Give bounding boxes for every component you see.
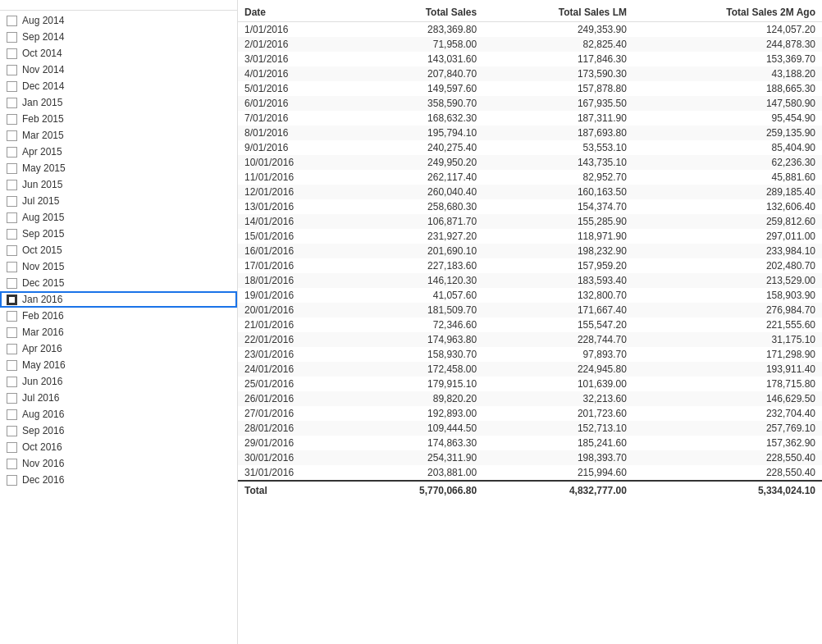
checkbox[interactable]: [7, 262, 17, 272]
checkbox[interactable]: [7, 426, 17, 436]
checkbox[interactable]: [7, 278, 17, 289]
checkbox[interactable]: [7, 98, 17, 108]
list-item[interactable]: Nov 2016: [0, 455, 237, 472]
table-cell: 147,580.90: [633, 96, 822, 111]
list-item[interactable]: Mar 2016: [0, 324, 237, 340]
table-cell: 132,800.70: [483, 288, 633, 303]
table-cell: 132,606.40: [633, 199, 822, 214]
checkbox[interactable]: [7, 48, 17, 59]
checkbox[interactable]: [7, 16, 17, 26]
list-item[interactable]: May 2015: [0, 160, 237, 176]
table-cell: 259,135.90: [633, 126, 822, 140]
table-row: 8/01/2016195,794.10187,693.80259,135.90: [238, 126, 822, 140]
checkbox[interactable]: [7, 245, 17, 256]
table-cell: 202,480.70: [633, 258, 822, 273]
list-item[interactable]: May 2016: [0, 357, 237, 373]
table-cell: 32,213.60: [483, 391, 633, 406]
table-cell: 82,952.70: [483, 170, 633, 185]
checkbox[interactable]: [7, 196, 17, 207]
table-cell: 254,311.90: [353, 450, 483, 465]
checkbox[interactable]: [7, 442, 17, 453]
list-item[interactable]: Jan 2016: [0, 291, 237, 308]
list-item[interactable]: Jul 2015: [0, 193, 237, 209]
table-cell: 160,163.50: [483, 185, 633, 199]
table-cell: 17/01/2016: [238, 258, 353, 273]
list-item[interactable]: Nov 2015: [0, 258, 237, 275]
list-item[interactable]: Aug 2015: [0, 209, 237, 226]
list-item[interactable]: Dec 2015: [0, 275, 237, 291]
checkbox[interactable]: [7, 229, 17, 240]
list-item-label: Apr 2016: [22, 343, 62, 354]
table-cell: 157,878.80: [483, 81, 633, 96]
checkbox[interactable]: [7, 311, 17, 322]
checkbox[interactable]: [7, 459, 17, 469]
checkbox[interactable]: [7, 212, 17, 223]
checkbox[interactable]: [7, 114, 17, 125]
list-item[interactable]: Feb 2015: [0, 111, 237, 127]
checkbox[interactable]: [7, 295, 17, 305]
table-cell: 149,597.60: [353, 81, 483, 96]
footer-cell: Total: [238, 481, 353, 500]
table-cell: 158,903.90: [633, 288, 822, 303]
table-cell: 62,236.30: [633, 155, 822, 170]
table-cell: 227,183.60: [353, 258, 483, 273]
table-cell: 109,444.50: [353, 421, 483, 436]
list-item[interactable]: Sep 2016: [0, 422, 237, 439]
checkbox[interactable]: [7, 475, 17, 486]
table-cell: 28/01/2016: [238, 421, 353, 436]
list-item[interactable]: Jan 2015: [0, 94, 237, 111]
table-cell: 29/01/2016: [238, 436, 353, 450]
table-cell: 14/01/2016: [238, 214, 353, 229]
table-cell: 26/01/2016: [238, 391, 353, 406]
list-item-label: Nov 2016: [22, 458, 64, 469]
table-cell: 27/01/2016: [238, 406, 353, 421]
table-row: 20/01/2016181,509.70171,667.40276,984.70: [238, 303, 822, 317]
list-item[interactable]: Jun 2016: [0, 373, 237, 390]
list-item[interactable]: Oct 2015: [0, 242, 237, 258]
checkbox[interactable]: [7, 147, 17, 158]
list-item[interactable]: Nov 2014: [0, 62, 237, 78]
table-row: 1/01/2016283,369.80249,353.90124,057.20: [238, 22, 822, 38]
list-item[interactable]: Oct 2014: [0, 45, 237, 62]
list-item[interactable]: Sep 2015: [0, 226, 237, 242]
list-item[interactable]: Apr 2016: [0, 340, 237, 357]
list-item[interactable]: Aug 2014: [0, 12, 237, 29]
table-cell: 201,690.10: [353, 244, 483, 258]
table-row: 21/01/201672,346.60155,547.20221,555.60: [238, 317, 822, 332]
checkbox[interactable]: [7, 327, 17, 338]
list-item-label: May 2015: [22, 162, 66, 174]
checkbox[interactable]: [7, 65, 17, 75]
list-item[interactable]: Sep 2014: [0, 29, 237, 45]
checkbox[interactable]: [7, 344, 17, 354]
list-item[interactable]: Dec 2014: [0, 78, 237, 94]
checkbox[interactable]: [7, 393, 17, 404]
list-item-label: Mar 2015: [22, 130, 64, 141]
list-item[interactable]: Apr 2015: [0, 144, 237, 160]
list-item[interactable]: Oct 2016: [0, 439, 237, 455]
checkbox[interactable]: [7, 32, 17, 43]
checkbox[interactable]: [7, 409, 17, 420]
checkbox[interactable]: [7, 81, 17, 92]
list-item[interactable]: Jun 2015: [0, 176, 237, 193]
table-cell: 262,117.40: [353, 170, 483, 185]
list-item[interactable]: Dec 2016: [0, 472, 237, 488]
list-item-label: Jan 2016: [22, 294, 62, 305]
table-cell: 179,915.10: [353, 377, 483, 391]
table-cell: 146,120.30: [353, 273, 483, 288]
checkbox[interactable]: [7, 163, 17, 174]
checkbox[interactable]: [7, 360, 17, 371]
list-item[interactable]: Feb 2016: [0, 308, 237, 324]
table-row: 16/01/2016201,690.10198,232.90233,984.10: [238, 244, 822, 258]
table-row: 24/01/2016172,458.00224,945.80193,911.40: [238, 362, 822, 377]
list-item[interactable]: Mar 2015: [0, 127, 237, 144]
checkbox[interactable]: [7, 130, 17, 141]
list-item[interactable]: Aug 2016: [0, 406, 237, 422]
table-cell: 23/01/2016: [238, 347, 353, 362]
table-cell: 187,311.90: [483, 111, 633, 126]
checkbox[interactable]: [7, 180, 17, 190]
checkbox[interactable]: [7, 377, 17, 387]
list-item[interactable]: Jul 2016: [0, 390, 237, 406]
table-row: 14/01/2016106,871.70155,285.90259,812.60: [238, 214, 822, 229]
table-cell: 171,667.40: [483, 303, 633, 317]
table-cell: 95,454.90: [633, 111, 822, 126]
